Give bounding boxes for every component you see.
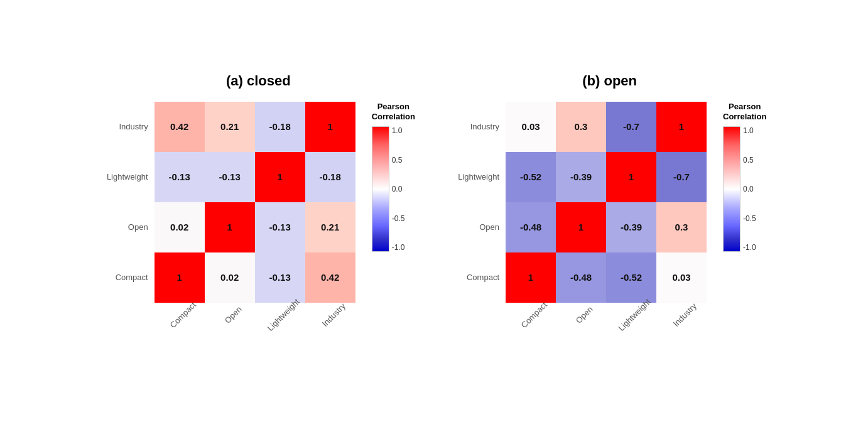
legend-tick-closed-0: 1.0 [392, 126, 405, 135]
panel-content-closed: IndustryLightweightOpenCompact0.420.21-0… [102, 102, 415, 362]
legend-tick-open-0: 1.0 [743, 126, 756, 135]
cell-open-r1-c1: -0.39 [556, 152, 606, 202]
cell-closed-r1-c2: 1 [255, 152, 305, 202]
matrix-grid-open: 0.030.3-0.71-0.52-0.391-0.7-0.481-0.390.… [506, 102, 707, 303]
row-label-closed-0: Industry [102, 102, 152, 152]
col-label-closed-0: Compact [168, 300, 197, 329]
cell-open-r1-c2: 1 [606, 152, 656, 202]
row-labels-open: IndustryLightweightOpenCompact [453, 102, 503, 303]
col-label-open-1: Open [574, 304, 595, 325]
main-container: (a) closedIndustryLightweightOpenCompact… [89, 60, 779, 374]
legend-tick-open-3: -0.5 [743, 214, 756, 223]
cell-open-r3-c0: 1 [506, 252, 556, 303]
legend-bar-container-closed: 1.00.50.0-0.5-1.0 [372, 126, 405, 252]
col-label-closed-3: Industry [320, 301, 347, 328]
row-label-open-2: Open [453, 202, 503, 252]
row-label-closed-2: Open [102, 202, 152, 252]
cell-closed-r3-c2: -0.13 [255, 252, 305, 303]
panel-open: (b) openIndustryLightweightOpenCompact0.… [453, 73, 766, 362]
legend-ticks-closed: 1.00.50.0-0.5-1.0 [392, 126, 405, 252]
panel-title-closed: (a) closed [226, 73, 291, 89]
cell-closed-r1-c0: -0.13 [155, 152, 205, 202]
legend-title-closed: PearsonCorrelation [372, 102, 415, 123]
cell-open-r1-c0: -0.52 [506, 152, 556, 202]
cell-open-r2-c1: 1 [556, 202, 606, 252]
legend-tick-open-4: -1.0 [743, 243, 756, 252]
col-label-closed-1: Open [222, 304, 243, 325]
cell-closed-r1-c1: -0.13 [205, 152, 255, 202]
row-labels-closed: IndustryLightweightOpenCompact [102, 102, 152, 303]
cell-closed-r2-c2: -0.13 [255, 202, 305, 252]
cell-closed-r0-c2: -0.18 [255, 102, 305, 152]
legend-tick-closed-3: -0.5 [392, 214, 405, 223]
cell-open-r0-c3: 1 [656, 102, 707, 152]
row-label-open-3: Compact [453, 252, 503, 303]
cell-open-r3-c1: -0.48 [556, 252, 606, 303]
legend-closed: PearsonCorrelation1.00.50.0-0.5-1.0 [372, 102, 415, 252]
legend-bar-container-open: 1.00.50.0-0.5-1.0 [723, 126, 756, 252]
row-label-open-1: Lightweight [453, 152, 503, 202]
cell-open-r3-c2: -0.52 [606, 252, 656, 303]
legend-tick-open-1: 0.5 [743, 156, 756, 165]
row-label-closed-1: Lightweight [102, 152, 152, 202]
cell-closed-r0-c0: 0.42 [155, 102, 205, 152]
matrix-with-cols-open: 0.030.3-0.71-0.52-0.391-0.7-0.481-0.390.… [506, 102, 707, 362]
legend-tick-closed-4: -1.0 [392, 243, 405, 252]
matrix-grid-closed: 0.420.21-0.181-0.13-0.131-0.180.021-0.13… [155, 102, 355, 303]
cell-closed-r1-c3: -0.18 [305, 152, 355, 202]
legend-tick-closed-2: 0.0 [392, 185, 405, 193]
col-labels-open: CompactOpenLightweightIndustry [506, 305, 707, 362]
col-labels-closed: CompactOpenLightweightIndustry [155, 305, 355, 362]
cell-open-r3-c3: 0.03 [656, 252, 707, 303]
legend-ticks-open: 1.00.50.0-0.5-1.0 [743, 126, 756, 252]
legend-tick-closed-1: 0.5 [392, 156, 405, 165]
cell-closed-r2-c1: 1 [205, 202, 255, 252]
cell-open-r2-c0: -0.48 [506, 202, 556, 252]
matrix-area-open: IndustryLightweightOpenCompact0.030.3-0.… [453, 102, 707, 362]
cell-closed-r2-c0: 0.02 [155, 202, 205, 252]
row-label-closed-3: Compact [102, 252, 152, 303]
cell-closed-r3-c0: 1 [155, 252, 205, 303]
cell-open-r2-c3: 0.3 [656, 202, 707, 252]
legend-bar-closed [372, 126, 389, 252]
cell-open-r0-c0: 0.03 [506, 102, 556, 152]
panel-content-open: IndustryLightweightOpenCompact0.030.3-0.… [453, 102, 766, 362]
row-label-open-0: Industry [453, 102, 503, 152]
legend-title-open: PearsonCorrelation [723, 102, 766, 123]
panel-title-open: (b) open [582, 73, 637, 89]
cell-open-r0-c1: 0.3 [556, 102, 606, 152]
cell-open-r0-c2: -0.7 [606, 102, 656, 152]
matrix-area-closed: IndustryLightweightOpenCompact0.420.21-0… [102, 102, 355, 362]
col-label-open-0: Compact [519, 300, 549, 329]
cell-closed-r0-c1: 0.21 [205, 102, 255, 152]
panel-closed: (a) closedIndustryLightweightOpenCompact… [102, 73, 415, 362]
cell-open-r2-c2: -0.39 [606, 202, 656, 252]
legend-bar-open [723, 126, 741, 252]
cell-closed-r3-c3: 0.42 [305, 252, 355, 303]
legend-open: PearsonCorrelation1.00.50.0-0.5-1.0 [723, 102, 766, 252]
matrix-with-cols-closed: 0.420.21-0.181-0.13-0.131-0.180.021-0.13… [155, 102, 355, 362]
legend-tick-open-2: 0.0 [743, 185, 756, 193]
col-label-open-3: Industry [671, 301, 698, 328]
cell-closed-r0-c3: 1 [305, 102, 355, 152]
cell-open-r1-c3: -0.7 [656, 152, 707, 202]
cell-closed-r3-c1: 0.02 [205, 252, 255, 303]
cell-closed-r2-c3: 0.21 [305, 202, 355, 252]
